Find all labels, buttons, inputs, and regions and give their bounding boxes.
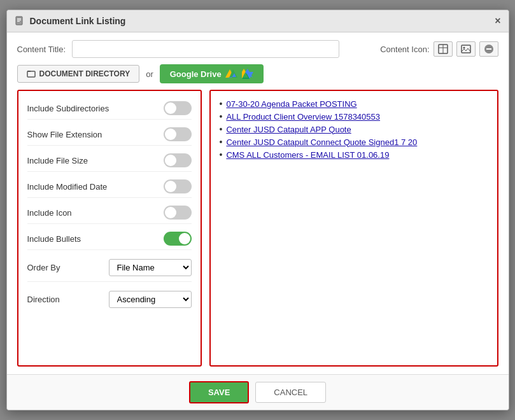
content-title-input[interactable]: [72, 40, 339, 58]
order-by-select[interactable]: File Name Date Modified File Size: [109, 259, 192, 276]
doc-dir-icon: [27, 69, 36, 78]
include-subdirs-slider: [164, 101, 192, 115]
svg-rect-1: [17, 18, 21, 19]
toggle-row-include-file-size: Include File Size: [27, 150, 192, 172]
direction-label: Direction: [27, 295, 60, 304]
content-icon-image-button[interactable]: [456, 41, 476, 57]
include-modified-date-slider: [164, 179, 192, 193]
show-file-ext-slider: [164, 127, 192, 141]
modal-header: Document Link Listing ×: [7, 10, 509, 32]
include-bullets-toggle[interactable]: [164, 232, 192, 246]
list-item: ALL Product Client Overview 1578340553: [220, 110, 488, 123]
modal-overlay: Document Link Listing × Content Title: C…: [0, 0, 515, 420]
modal-title-group: Document Link Listing: [15, 16, 126, 26]
content-icon-label: Content Icon:: [380, 45, 429, 54]
list-item: CMS ALL Customers - EMAIL LIST 01.06.19: [220, 148, 488, 161]
show-file-ext-label: Show File Extension: [27, 130, 102, 139]
content-icon-table-button[interactable]: [434, 41, 453, 57]
include-subdirs-label: Include Subdirectories: [27, 104, 109, 113]
document-directory-button[interactable]: DOCUMENT DIRECTORY: [17, 65, 140, 83]
svg-point-8: [463, 47, 465, 49]
minus-icon: [484, 44, 494, 54]
content-title-row: Content Title: Content Icon:: [17, 40, 498, 58]
toggle-row-show-file-ext: Show File Extension: [27, 123, 192, 146]
list-item: Center JUSD Catapult Connect Quote Signe…: [220, 136, 488, 148]
file-link-3[interactable]: Center JUSD Catapult APP Quote: [226, 125, 351, 134]
save-button[interactable]: SAVE: [189, 381, 249, 403]
svg-rect-0: [16, 17, 22, 25]
file-link-4[interactable]: Center JUSD Catapult Connect Quote Signe…: [226, 137, 417, 147]
toggle-row-include-modified-date: Include Modified Date: [27, 176, 192, 198]
toggle-row-include-icon: Include Icon: [27, 202, 192, 224]
include-modified-date-label: Include Modified Date: [27, 182, 108, 192]
svg-rect-2: [17, 20, 21, 20]
file-link-5[interactable]: CMS ALL Customers - EMAIL LIST 01.06.19: [226, 150, 389, 160]
doc-dir-label: DOCUMENT DIRECTORY: [39, 69, 131, 78]
modal-footer: SAVE CANCEL: [7, 374, 509, 410]
include-bullets-label: Include Bullets: [27, 234, 81, 244]
svg-rect-3: [17, 21, 20, 22]
left-panel: Include Subdirectories Show File Extensi…: [17, 90, 202, 367]
include-icon-slider: [164, 206, 192, 220]
svg-rect-12: [27, 71, 31, 72]
toggle-row-include-bullets: Include Bullets: [27, 228, 192, 250]
file-link-2[interactable]: ALL Product Client Overview 1578340553: [226, 112, 380, 122]
include-modified-date-toggle[interactable]: [164, 179, 192, 193]
content-icon-minus-button[interactable]: [479, 41, 498, 57]
content-title-label: Content Title:: [17, 45, 66, 54]
google-drive-icon: [225, 68, 238, 80]
google-drive-button[interactable]: Google Drive: [160, 64, 264, 83]
include-file-size-toggle[interactable]: [164, 153, 192, 167]
file-link-1[interactable]: 07-30-20 Agenda Packet POSTING: [226, 99, 356, 109]
include-bullets-slider: [164, 232, 192, 246]
show-file-ext-toggle[interactable]: [164, 127, 192, 141]
modal-title: Document Link Listing: [30, 16, 126, 26]
include-icon-toggle[interactable]: [164, 206, 192, 220]
content-icon-section: Content Icon:: [380, 41, 498, 57]
image-icon: [461, 44, 471, 54]
file-list: 07-30-20 Agenda Packet POSTING ALL Produ…: [220, 97, 488, 161]
table-icon: [438, 44, 448, 54]
main-content: Include Subdirectories Show File Extensi…: [17, 90, 498, 367]
toggle-row-include-subdirs: Include Subdirectories: [27, 97, 192, 120]
svg-rect-11: [27, 71, 35, 77]
direction-select[interactable]: Ascending Descending: [109, 291, 192, 308]
google-drive-color-icon: [242, 69, 253, 79]
list-item: 07-30-20 Agenda Packet POSTING: [220, 97, 488, 110]
include-icon-label: Include Icon: [27, 208, 72, 218]
order-by-label: Order By: [27, 263, 60, 272]
direction-row: Direction Ascending Descending: [27, 286, 192, 313]
source-row: DOCUMENT DIRECTORY or Google Drive: [17, 64, 498, 83]
include-file-size-label: Include File Size: [27, 156, 88, 165]
cancel-button[interactable]: CANCEL: [255, 382, 326, 403]
order-by-row: Order By File Name Date Modified File Si…: [27, 254, 192, 282]
document-icon: [15, 16, 25, 26]
modal-body: Content Title: Content Icon:: [7, 32, 509, 374]
google-drive-label: Google Drive: [170, 69, 222, 79]
include-subdirs-toggle[interactable]: [164, 101, 192, 115]
list-item: Center JUSD Catapult APP Quote: [220, 123, 488, 136]
right-panel: 07-30-20 Agenda Packet POSTING ALL Produ…: [209, 90, 498, 367]
or-text: or: [146, 69, 153, 79]
include-file-size-slider: [164, 153, 192, 167]
document-link-listing-modal: Document Link Listing × Content Title: C…: [6, 10, 509, 410]
close-button[interactable]: ×: [495, 15, 500, 27]
svg-rect-7: [462, 45, 470, 53]
